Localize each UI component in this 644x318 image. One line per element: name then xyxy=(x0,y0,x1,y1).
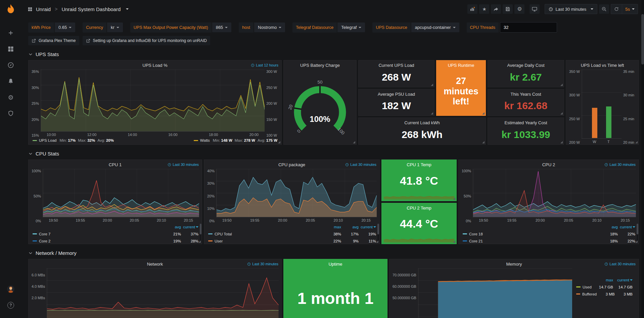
user-avatar[interactable] xyxy=(7,285,15,293)
chart-plot-area[interactable] xyxy=(473,169,636,217)
chart-plot-area[interactable] xyxy=(47,268,279,318)
time-range-badge[interactable]: Last 30 minutes xyxy=(604,262,636,266)
legend-item[interactable]: Used14.7 GB14.7 GB xyxy=(576,283,633,290)
panel-ups-runtime: UPS Runtime 27 minutes left! xyxy=(436,60,486,116)
panel-title[interactable]: UPS Load vs Time left xyxy=(566,60,639,69)
legend-item[interactable]: WattsMin:148 WMax:278 WAvg:175 W xyxy=(194,138,277,142)
legend-sort-column[interactable]: max xyxy=(594,278,613,282)
chart-plot-area[interactable] xyxy=(41,70,265,132)
panel-title[interactable]: Average Daily Cost xyxy=(488,60,564,69)
legend-sort-column[interactable]: avg xyxy=(164,225,181,229)
legend-item[interactable]: Buffered3 MB3 MB xyxy=(576,290,633,298)
variable-value-dropdown[interactable]: apcupsd-container xyxy=(411,22,459,32)
time-range-badge[interactable]: Last 30 minutes xyxy=(247,262,278,266)
y-axis-label: 20% xyxy=(32,118,39,122)
legend-scrollbar[interactable] xyxy=(377,224,379,243)
grafana-logo[interactable] xyxy=(4,3,17,16)
dashboard-grid-icon[interactable] xyxy=(28,7,33,12)
chevron-down-icon[interactable] xyxy=(126,8,129,10)
panel-title[interactable]: Network xyxy=(29,259,281,268)
legend-sort-column[interactable]: current xyxy=(359,225,376,229)
breadcrumb: Unraid > Unraid System Dashboard xyxy=(28,6,129,12)
variable-value-dropdown[interactable]: kr xyxy=(107,22,123,32)
panel-title[interactable]: CPU 1 Temp xyxy=(382,160,456,168)
panel-title[interactable]: Current Load kWh xyxy=(359,118,486,126)
link-grafana-plex-theme[interactable]: Grafana Plex Theme xyxy=(28,36,79,45)
scrollbar-thumb[interactable] xyxy=(641,14,644,64)
stat-value: 268 kWh xyxy=(359,126,486,144)
row-header-ups-stats[interactable]: UPS Stats xyxy=(28,45,639,60)
panel-title[interactable]: Memory xyxy=(389,259,639,268)
legend-sort-column[interactable]: current xyxy=(613,278,633,282)
panel-title[interactable]: Average PSU Load xyxy=(359,89,434,98)
legend-sort-column[interactable]: current xyxy=(181,225,198,229)
panel-title[interactable]: CPU 2 Temp xyxy=(382,203,456,212)
star-button[interactable]: ★ xyxy=(479,4,489,14)
legend-sort-column[interactable]: max xyxy=(324,225,341,229)
dashboards-icon[interactable] xyxy=(7,45,15,53)
chart-plot-area[interactable] xyxy=(216,169,377,217)
row-header-network-memory[interactable]: Network / Memory xyxy=(28,244,639,259)
admin-shield-icon[interactable] xyxy=(7,109,15,118)
time-range-badge[interactable]: Last 12 hours xyxy=(251,63,278,67)
panel-title[interactable]: Uptime xyxy=(284,259,387,268)
share-button[interactable] xyxy=(491,4,501,14)
row-header-cpu-stats[interactable]: CPU Stats xyxy=(28,145,639,160)
panel-estimated-yearly-cost: Estimated Yearly Cost kr 1033.99 xyxy=(488,118,564,145)
y-axis-label: 30% xyxy=(207,181,215,185)
add-panel-button[interactable] xyxy=(467,4,477,14)
legend-value: 3 MB xyxy=(597,292,614,296)
x-axis-label: 10:00 xyxy=(47,133,56,137)
variable-value-dropdown[interactable]: 865 xyxy=(212,22,232,32)
legend-item[interactable]: UPS LoadMin:17%Max:32%Avg:20% xyxy=(33,138,114,142)
explore-compass-icon[interactable] xyxy=(7,61,15,69)
chart-plot-area[interactable] xyxy=(43,169,199,217)
cpu-threads-input[interactable] xyxy=(500,22,557,33)
configuration-gear-icon[interactable]: ⚙ xyxy=(7,93,15,101)
panel-title[interactable]: UPS Runtime xyxy=(436,60,486,69)
legend-item[interactable]: Core 2118%22% xyxy=(463,237,635,244)
legend-scrollbar[interactable] xyxy=(200,224,201,243)
legend-item[interactable]: CPU Total38%17%19% xyxy=(208,230,376,237)
time-picker[interactable]: Last 30 minutes xyxy=(545,4,597,14)
legend-scrollbar[interactable] xyxy=(637,224,638,243)
legend-sort-column[interactable]: avg xyxy=(341,225,359,229)
page-scrollbar[interactable] xyxy=(641,0,644,318)
panel-title[interactable]: Current UPS Load xyxy=(359,60,434,69)
legend-item[interactable]: Core 1818%22% xyxy=(463,230,635,237)
help-icon[interactable]: ? xyxy=(7,301,15,309)
legend-item[interactable]: Core 721%37% xyxy=(33,230,198,237)
legend-value: 19% xyxy=(359,232,376,236)
panel-title[interactable]: This Years Cost xyxy=(488,89,564,98)
time-range-badge[interactable]: Last 30 minutes xyxy=(345,163,376,167)
breadcrumb-dashboard-title[interactable]: Unraid System Dashboard xyxy=(61,6,121,12)
panel-title[interactable]: UPS Load % xyxy=(29,60,281,69)
variable-value-dropdown[interactable]: Telegraf xyxy=(337,22,365,32)
link-ups-monitoring-guide[interactable]: Setting up Grafana and InfluxDB for UPS … xyxy=(83,36,211,45)
variable-value-dropdown[interactable]: Nostromo xyxy=(254,22,285,32)
cycle-view-monitor-icon[interactable] xyxy=(530,4,540,14)
save-button[interactable] xyxy=(503,4,513,14)
create-plus-icon[interactable] xyxy=(7,29,15,37)
panel-title[interactable]: Estimated Yearly Cost xyxy=(488,118,564,126)
zoom-out-button[interactable] xyxy=(599,4,609,14)
x-axis-label: 20:10 xyxy=(334,218,343,223)
legend-item[interactable]: Core 219%28% xyxy=(33,237,198,244)
dashboard-settings-gear-icon[interactable]: ⚙ xyxy=(514,4,524,14)
variable-host: host Nostromo xyxy=(239,22,285,33)
time-range-badge[interactable]: Last 30 minutes xyxy=(168,163,199,167)
variable-value-dropdown[interactable]: 0.65 xyxy=(55,22,75,32)
chart-plot-area[interactable] xyxy=(418,268,572,318)
variable-ups-datasource: UPS Datasource apcupsd-container xyxy=(372,22,459,33)
breadcrumb-folder[interactable]: Unraid xyxy=(36,6,51,12)
legend-sort-column[interactable]: avg xyxy=(600,225,618,229)
stat-value: kr 1033.99 xyxy=(488,126,564,144)
panel-title[interactable]: UPS Battery Charge xyxy=(284,60,356,69)
refresh-interval-picker[interactable]: 5s xyxy=(622,4,638,14)
legend-sort-column[interactable]: current xyxy=(618,225,635,229)
refresh-button[interactable] xyxy=(611,4,622,14)
legend-item[interactable]: User22%9%11% xyxy=(208,237,376,244)
alerting-bell-icon[interactable] xyxy=(7,77,15,85)
chart-plot-area[interactable] xyxy=(582,70,622,139)
time-range-badge[interactable]: Last 30 minutes xyxy=(604,163,636,167)
